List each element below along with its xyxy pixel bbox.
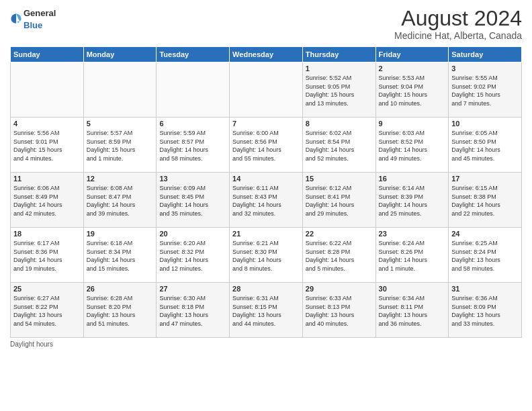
week-row-2: 4Sunrise: 5:56 AM Sunset: 9:01 PM Daylig…: [11, 118, 522, 173]
cell-w4-d1: 18Sunrise: 6:17 AM Sunset: 8:36 PM Dayli…: [11, 228, 84, 283]
cell-w4-d2: 19Sunrise: 6:18 AM Sunset: 8:34 PM Dayli…: [83, 228, 157, 283]
day-info: Sunrise: 6:33 AM Sunset: 8:13 PM Dayligh…: [306, 294, 373, 328]
day-info: Sunrise: 5:55 AM Sunset: 9:02 PM Dayligh…: [451, 74, 519, 107]
day-info: Sunrise: 6:11 AM Sunset: 8:43 PM Dayligh…: [232, 184, 300, 218]
day-number: 19: [87, 230, 154, 238]
day-number: 21: [232, 230, 300, 238]
cell-w5-d7: 31Sunrise: 6:36 AM Sunset: 8:09 PM Dayli…: [449, 283, 522, 338]
day-number: 25: [13, 285, 81, 293]
cell-w5-d5: 29Sunrise: 6:33 AM Sunset: 8:13 PM Dayli…: [302, 283, 375, 338]
cell-w5-d1: 25Sunrise: 6:27 AM Sunset: 8:22 PM Dayli…: [11, 283, 84, 338]
cell-w5-d3: 27Sunrise: 6:30 AM Sunset: 8:18 PM Dayli…: [157, 283, 230, 338]
day-number: 17: [451, 175, 519, 183]
day-number: 18: [13, 230, 81, 238]
day-number: 7: [232, 120, 300, 128]
cell-w4-d6: 23Sunrise: 6:24 AM Sunset: 8:26 PM Dayli…: [375, 228, 449, 283]
page: General Blue August 2024 Medicine Hat, A…: [0, 0, 532, 411]
col-tuesday: Tuesday: [157, 47, 230, 62]
day-info: Sunrise: 6:15 AM Sunset: 8:38 PM Dayligh…: [451, 184, 519, 218]
header-row: Sunday Monday Tuesday Wednesday Thursday…: [11, 47, 522, 62]
day-number: 31: [451, 285, 519, 293]
day-number: 20: [159, 230, 226, 238]
cell-w3-d2: 12Sunrise: 6:08 AM Sunset: 8:47 PM Dayli…: [83, 173, 157, 228]
col-sunday: Sunday: [11, 47, 84, 62]
day-number: 30: [379, 285, 446, 293]
day-info: Sunrise: 6:27 AM Sunset: 8:22 PM Dayligh…: [13, 294, 81, 328]
day-info: Sunrise: 6:08 AM Sunset: 8:47 PM Dayligh…: [87, 184, 154, 218]
day-info: Sunrise: 6:22 AM Sunset: 8:28 PM Dayligh…: [306, 239, 373, 273]
title-block: August 2024 Medicine Hat, Alberta, Canad…: [394, 7, 522, 41]
cell-w3-d7: 17Sunrise: 6:15 AM Sunset: 8:38 PM Dayli…: [449, 173, 522, 228]
day-info: Sunrise: 6:09 AM Sunset: 8:45 PM Dayligh…: [159, 184, 226, 218]
cell-w1-d7: 3Sunrise: 5:55 AM Sunset: 9:02 PM Daylig…: [449, 62, 522, 118]
day-info: Sunrise: 6:05 AM Sunset: 8:50 PM Dayligh…: [451, 129, 519, 163]
cell-w1-d1: [11, 62, 84, 118]
col-wednesday: Wednesday: [230, 47, 303, 62]
week-row-1: 1Sunrise: 5:52 AM Sunset: 9:05 PM Daylig…: [11, 62, 522, 118]
logo-blue-text: Blue: [24, 20, 42, 30]
day-info: Sunrise: 6:14 AM Sunset: 8:39 PM Dayligh…: [379, 184, 446, 218]
day-number: 3: [451, 64, 519, 73]
day-number: 1: [306, 64, 373, 73]
cell-w4-d4: 21Sunrise: 6:21 AM Sunset: 8:30 PM Dayli…: [230, 228, 303, 283]
page-title: August 2024: [394, 7, 522, 30]
cell-w5-d4: 28Sunrise: 6:31 AM Sunset: 8:15 PM Dayli…: [230, 283, 303, 338]
page-subtitle: Medicine Hat, Alberta, Canada: [394, 30, 522, 41]
cell-w1-d6: 2Sunrise: 5:53 AM Sunset: 9:04 PM Daylig…: [375, 62, 449, 118]
day-info: Sunrise: 6:25 AM Sunset: 8:24 PM Dayligh…: [451, 239, 519, 273]
day-info: Sunrise: 5:57 AM Sunset: 8:59 PM Dayligh…: [87, 129, 154, 163]
week-row-3: 11Sunrise: 6:06 AM Sunset: 8:49 PM Dayli…: [11, 173, 522, 228]
footer-text: Daylight hours: [10, 340, 53, 348]
cell-w3-d5: 15Sunrise: 6:12 AM Sunset: 8:41 PM Dayli…: [302, 173, 375, 228]
day-info: Sunrise: 5:53 AM Sunset: 9:04 PM Dayligh…: [379, 74, 446, 107]
cell-w1-d5: 1Sunrise: 5:52 AM Sunset: 9:05 PM Daylig…: [302, 62, 375, 118]
col-saturday: Saturday: [449, 47, 522, 62]
week-row-4: 18Sunrise: 6:17 AM Sunset: 8:36 PM Dayli…: [11, 228, 522, 283]
day-number: 4: [13, 120, 81, 128]
col-monday: Monday: [83, 47, 157, 62]
day-number: 5: [87, 120, 154, 128]
day-number: 10: [451, 120, 519, 128]
day-info: Sunrise: 5:56 AM Sunset: 9:01 PM Dayligh…: [13, 129, 81, 163]
day-info: Sunrise: 6:21 AM Sunset: 8:30 PM Dayligh…: [232, 239, 300, 273]
cell-w5-d6: 30Sunrise: 6:34 AM Sunset: 8:11 PM Dayli…: [375, 283, 449, 338]
calendar-header: Sunday Monday Tuesday Wednesday Thursday…: [11, 47, 522, 62]
cell-w1-d3: [157, 62, 230, 118]
day-info: Sunrise: 6:36 AM Sunset: 8:09 PM Dayligh…: [451, 294, 519, 328]
cell-w2-d6: 9Sunrise: 6:03 AM Sunset: 8:52 PM Daylig…: [375, 118, 449, 173]
cell-w5-d2: 26Sunrise: 6:28 AM Sunset: 8:20 PM Dayli…: [83, 283, 157, 338]
col-thursday: Thursday: [302, 47, 375, 62]
day-number: 22: [306, 230, 373, 238]
cell-w4-d5: 22Sunrise: 6:22 AM Sunset: 8:28 PM Dayli…: [302, 228, 375, 283]
day-number: 2: [379, 64, 446, 73]
day-info: Sunrise: 5:59 AM Sunset: 8:57 PM Dayligh…: [159, 129, 226, 163]
day-info: Sunrise: 6:06 AM Sunset: 8:49 PM Dayligh…: [13, 184, 81, 218]
day-number: 24: [451, 230, 519, 238]
cell-w3-d1: 11Sunrise: 6:06 AM Sunset: 8:49 PM Dayli…: [11, 173, 84, 228]
day-info: Sunrise: 6:17 AM Sunset: 8:36 PM Dayligh…: [13, 239, 81, 273]
day-number: 15: [306, 175, 373, 183]
day-info: Sunrise: 6:20 AM Sunset: 8:32 PM Dayligh…: [159, 239, 226, 273]
day-info: Sunrise: 6:30 AM Sunset: 8:18 PM Dayligh…: [159, 294, 226, 328]
logo-text: General: [24, 8, 56, 18]
calendar-body: 1Sunrise: 5:52 AM Sunset: 9:05 PM Daylig…: [11, 62, 522, 338]
cell-w2-d5: 8Sunrise: 6:02 AM Sunset: 8:54 PM Daylig…: [302, 118, 375, 173]
day-info: Sunrise: 6:18 AM Sunset: 8:34 PM Dayligh…: [87, 239, 154, 273]
day-number: 26: [87, 285, 154, 293]
day-number: 6: [159, 120, 226, 128]
day-number: 23: [379, 230, 446, 238]
cell-w1-d4: [230, 62, 303, 118]
cell-w3-d3: 13Sunrise: 6:09 AM Sunset: 8:45 PM Dayli…: [157, 173, 230, 228]
calendar-table: Sunday Monday Tuesday Wednesday Thursday…: [10, 46, 522, 338]
cell-w2-d4: 7Sunrise: 6:00 AM Sunset: 8:56 PM Daylig…: [230, 118, 303, 173]
day-number: 27: [159, 285, 226, 293]
cell-w2-d2: 5Sunrise: 5:57 AM Sunset: 8:59 PM Daylig…: [83, 118, 157, 173]
day-number: 14: [232, 175, 300, 183]
day-number: 13: [159, 175, 226, 183]
logo: General Blue: [10, 7, 56, 31]
day-info: Sunrise: 5:52 AM Sunset: 9:05 PM Dayligh…: [306, 74, 373, 107]
day-number: 9: [379, 120, 446, 128]
footer: Daylight hours: [10, 340, 522, 348]
day-info: Sunrise: 6:28 AM Sunset: 8:20 PM Dayligh…: [87, 294, 154, 328]
day-info: Sunrise: 6:24 AM Sunset: 8:26 PM Dayligh…: [379, 239, 446, 273]
